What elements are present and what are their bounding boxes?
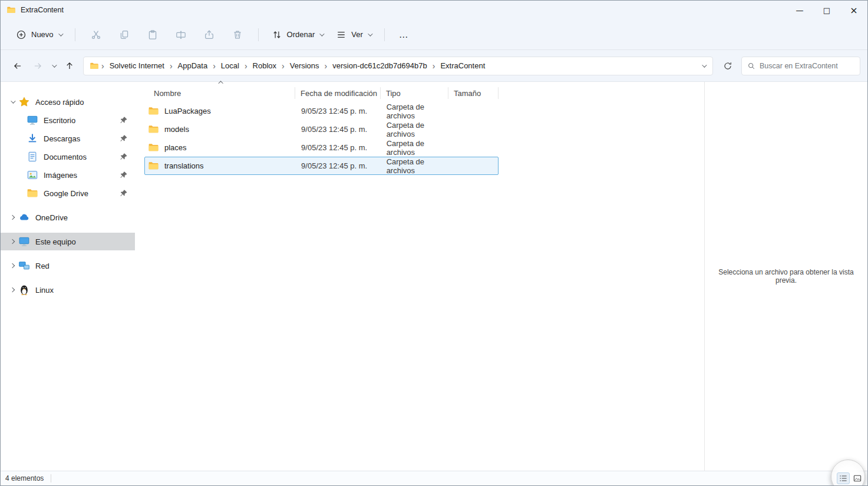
toolbar-divider — [75, 28, 75, 41]
paste-button[interactable] — [139, 24, 166, 45]
column-header-label: Nombre — [154, 89, 181, 98]
google-drive-folder-icon — [27, 187, 38, 199]
chevron-collapsed-icon[interactable] — [10, 215, 15, 220]
sidebar-item-desktop[interactable]: Escritorio — [1, 111, 135, 129]
sidebar-group-gap — [1, 251, 135, 256]
file-explorer-window: ExtraContent — □ × Nuevo Ordenar Ver — [0, 0, 868, 486]
status-divider — [51, 474, 51, 482]
refresh-button[interactable] — [718, 57, 738, 75]
breadcrumb-separator: › — [279, 61, 287, 71]
navigation-pane: Acceso rápido Escritorio Descargas Docum… — [1, 82, 135, 471]
minimize-button[interactable]: — — [786, 1, 813, 19]
sidebar-item-onedrive[interactable]: OneDrive — [1, 209, 135, 226]
sidebar-item-label: OneDrive — [35, 213, 68, 222]
share-button[interactable] — [196, 24, 223, 45]
share-icon — [204, 29, 214, 40]
pin-icon — [120, 116, 128, 124]
sidebar-item-pictures[interactable]: Imágenes — [1, 166, 135, 184]
sort-icon — [272, 29, 282, 40]
preview-message: Selecciona un archivo para obtener la vi… — [707, 268, 865, 285]
sidebar-item-label: Linux — [35, 286, 54, 295]
more-options-button[interactable]: … — [392, 27, 416, 42]
status-bar: 4 elementos — [1, 471, 867, 485]
new-button[interactable]: Nuevo — [10, 25, 68, 45]
sort-button-label: Ordenar — [287, 30, 315, 39]
items-count: 4 elementos — [5, 474, 44, 482]
view-button[interactable]: Ver — [330, 25, 377, 45]
delete-button[interactable] — [224, 24, 251, 45]
sidebar-item-network[interactable]: Red — [1, 257, 135, 275]
file-row-luapackages[interactable]: LuaPackages 9/05/23 12:45 p. m. Carpeta … — [144, 102, 499, 120]
preview-pane: Selecciona un archivo para obtener la vi… — [704, 82, 867, 471]
address-bar[interactable]: › Solvetic Internet › AppData › Local › … — [83, 57, 713, 75]
forward-button[interactable] — [28, 57, 48, 75]
window-controls: — □ × — [786, 1, 867, 19]
breadcrumb-item-0[interactable]: Solvetic Internet — [107, 59, 167, 72]
sort-button[interactable]: Ordenar — [266, 25, 329, 45]
breadcrumb-separator: › — [242, 61, 250, 71]
network-icon — [18, 260, 30, 272]
sidebar-item-linux[interactable]: Linux — [1, 281, 135, 299]
sidebar-item-quick-access[interactable]: Acceso rápido — [1, 93, 135, 111]
copy-icon — [119, 29, 130, 40]
sidebar-item-downloads[interactable]: Descargas — [1, 130, 135, 147]
address-dropdown-icon[interactable] — [702, 62, 707, 67]
close-button[interactable]: × — [840, 1, 867, 19]
chevron-collapsed-icon[interactable] — [10, 263, 15, 268]
column-header-label: Tamaño — [454, 89, 481, 98]
breadcrumb-separator: › — [322, 61, 330, 71]
breadcrumb-item-5[interactable]: version-dc61c2db7d694b7b — [329, 59, 430, 72]
column-header-modified[interactable]: Fecha de modificación — [295, 87, 381, 99]
chevron-collapsed-icon[interactable] — [10, 239, 15, 244]
toolbar-divider — [258, 28, 259, 41]
breadcrumb-item-4[interactable]: Versions — [287, 59, 322, 72]
sidebar-item-google-drive[interactable]: Google Drive — [1, 184, 135, 202]
up-button[interactable] — [60, 57, 80, 75]
toolbar-divider — [384, 28, 385, 41]
details-view-button[interactable] — [837, 472, 850, 484]
plus-circle-icon — [16, 29, 27, 40]
file-type: Carpeta de archivos — [381, 103, 448, 120]
file-row-places[interactable]: places 9/05/23 12:45 p. m. Carpeta de ar… — [144, 138, 499, 157]
sidebar-item-label: Descargas — [44, 134, 80, 143]
folder-icon — [148, 105, 159, 117]
maximize-button[interactable]: □ — [813, 1, 840, 19]
column-header-name[interactable]: Nombre — [144, 87, 295, 99]
downloads-icon — [27, 133, 38, 144]
search-box[interactable] — [741, 57, 860, 75]
column-header-size[interactable]: Tamaño — [448, 87, 499, 99]
chevron-down-icon — [58, 31, 63, 36]
file-modified-date: 9/05/23 12:45 p. m. — [295, 107, 381, 115]
breadcrumb-item-2[interactable]: Local — [218, 59, 242, 72]
sidebar-group-gap — [1, 227, 135, 232]
sidebar-item-this-pc[interactable]: Este equipo — [1, 233, 135, 250]
breadcrumb-item-1[interactable]: AppData — [175, 59, 211, 72]
column-header-label: Fecha de modificación — [301, 89, 377, 98]
breadcrumb-item-3[interactable]: Roblox — [250, 59, 279, 72]
details-view-icon — [839, 474, 848, 483]
search-input[interactable] — [760, 62, 854, 70]
column-header-type[interactable]: Tipo — [381, 87, 448, 99]
file-modified-date: 9/05/23 12:45 p. m. — [295, 161, 381, 170]
sidebar-group-gap — [1, 275, 135, 280]
address-folder-icon — [90, 61, 99, 71]
back-button[interactable] — [8, 57, 28, 75]
sidebar-item-label: Escritorio — [44, 116, 75, 125]
breadcrumb-separator: › — [99, 61, 107, 71]
thumbnail-view-button[interactable] — [851, 472, 864, 484]
chevron-expanded-icon[interactable] — [11, 98, 15, 103]
rename-button[interactable] — [167, 24, 194, 45]
chevron-collapsed-icon[interactable] — [10, 287, 15, 292]
file-row-models[interactable]: models 9/05/23 12:45 p. m. Carpeta de ar… — [144, 120, 499, 138]
arrow-up-icon — [65, 61, 74, 71]
copy-button[interactable] — [111, 24, 138, 45]
breadcrumb-item-6[interactable]: ExtraContent — [437, 59, 488, 72]
file-row-translations[interactable]: translations 9/05/23 12:45 p. m. Carpeta… — [144, 157, 499, 175]
recent-locations-button[interactable] — [48, 57, 60, 75]
arrow-right-icon — [33, 61, 42, 71]
cut-button[interactable] — [82, 24, 110, 45]
window-body: Acceso rápido Escritorio Descargas Docum… — [1, 82, 867, 471]
sidebar-item-documents[interactable]: Documentos — [1, 148, 135, 166]
sidebar-item-label: Google Drive — [44, 189, 88, 198]
window-folder-icon — [6, 5, 16, 15]
